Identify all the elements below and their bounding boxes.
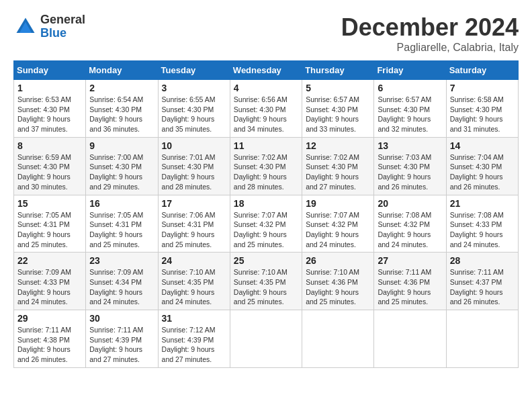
table-row [302,310,374,368]
logo-icon [13,15,38,39]
table-row: 22 Sunrise: 7:09 AM Sunset: 4:33 PM Dayl… [14,253,86,310]
table-row: 13 Sunrise: 7:03 AM Sunset: 4:30 PM Dayl… [374,137,446,195]
table-row: 12 Sunrise: 7:02 AM Sunset: 4:30 PM Dayl… [302,137,374,195]
day-info: Sunrise: 7:10 AM Sunset: 4:35 PM Dayligh… [234,267,298,307]
day-number: 15 [17,198,82,209]
calendar-table: Sunday Monday Tuesday Wednesday Thursday… [13,60,519,368]
day-info: Sunrise: 7:06 AM Sunset: 4:31 PM Dayligh… [162,210,226,250]
week-row-5: 29 Sunrise: 7:11 AM Sunset: 4:38 PM Dayl… [14,310,519,368]
table-row: 3 Sunrise: 6:55 AM Sunset: 4:30 PM Dayli… [158,80,230,138]
day-number: 17 [162,198,226,209]
day-info: Sunrise: 7:00 AM Sunset: 4:30 PM Dayligh… [89,152,154,192]
table-row: 19 Sunrise: 7:07 AM Sunset: 4:32 PM Dayl… [302,195,374,253]
week-row-3: 15 Sunrise: 7:05 AM Sunset: 4:31 PM Dayl… [14,195,519,253]
day-number: 22 [17,255,82,266]
table-row: 30 Sunrise: 7:11 AM Sunset: 4:39 PM Dayl… [86,310,158,368]
day-number: 20 [378,198,442,209]
day-number: 18 [234,198,298,209]
day-info: Sunrise: 7:04 AM Sunset: 4:30 PM Dayligh… [450,152,515,192]
table-row: 7 Sunrise: 6:58 AM Sunset: 4:30 PM Dayli… [446,80,518,138]
week-row-1: 1 Sunrise: 6:53 AM Sunset: 4:30 PM Dayli… [14,80,519,138]
logo: GeneralBlue [13,13,85,40]
col-thursday: Thursday [302,61,374,80]
day-info: Sunrise: 7:07 AM Sunset: 4:32 PM Dayligh… [306,210,370,250]
day-number: 25 [234,255,298,266]
table-row: 26 Sunrise: 7:10 AM Sunset: 4:36 PM Dayl… [302,253,374,310]
table-row: 18 Sunrise: 7:07 AM Sunset: 4:32 PM Dayl… [230,195,302,253]
day-info: Sunrise: 7:03 AM Sunset: 4:30 PM Dayligh… [378,152,442,192]
day-number: 4 [234,83,298,93]
day-number: 23 [89,255,154,266]
day-info: Sunrise: 6:53 AM Sunset: 4:30 PM Dayligh… [17,95,82,134]
day-info: Sunrise: 7:05 AM Sunset: 4:31 PM Dayligh… [89,210,154,250]
day-number: 13 [378,140,442,151]
day-info: Sunrise: 7:09 AM Sunset: 4:34 PM Dayligh… [89,267,154,307]
day-number: 8 [17,140,82,151]
table-row: 6 Sunrise: 6:57 AM Sunset: 4:30 PM Dayli… [374,80,446,138]
day-number: 29 [17,313,82,324]
table-row [230,310,302,368]
table-row: 29 Sunrise: 7:11 AM Sunset: 4:38 PM Dayl… [14,310,86,368]
table-row: 23 Sunrise: 7:09 AM Sunset: 4:34 PM Dayl… [86,253,158,310]
table-row: 27 Sunrise: 7:11 AM Sunset: 4:36 PM Dayl… [374,253,446,310]
day-number: 21 [450,198,515,209]
day-info: Sunrise: 7:08 AM Sunset: 4:33 PM Dayligh… [450,210,515,250]
table-row: 21 Sunrise: 7:08 AM Sunset: 4:33 PM Dayl… [446,195,518,253]
day-number: 24 [162,255,226,266]
day-info: Sunrise: 7:01 AM Sunset: 4:30 PM Dayligh… [162,152,226,192]
day-number: 11 [234,140,298,151]
col-saturday: Saturday [446,61,518,80]
day-number: 5 [306,83,370,93]
table-row: 10 Sunrise: 7:01 AM Sunset: 4:30 PM Dayl… [158,137,230,195]
day-number: 27 [378,255,442,266]
day-number: 9 [89,140,154,151]
day-info: Sunrise: 7:02 AM Sunset: 4:30 PM Dayligh… [234,152,298,192]
day-info: Sunrise: 6:58 AM Sunset: 4:30 PM Dayligh… [450,95,515,134]
day-info: Sunrise: 7:10 AM Sunset: 4:36 PM Dayligh… [306,267,370,307]
day-info: Sunrise: 6:54 AM Sunset: 4:30 PM Dayligh… [89,95,154,134]
day-info: Sunrise: 7:12 AM Sunset: 4:39 PM Dayligh… [162,325,226,365]
day-number: 10 [162,140,226,151]
day-info: Sunrise: 7:02 AM Sunset: 4:30 PM Dayligh… [306,152,370,192]
day-number: 1 [17,83,82,93]
day-info: Sunrise: 6:56 AM Sunset: 4:30 PM Dayligh… [234,95,298,134]
day-info: Sunrise: 7:11 AM Sunset: 4:37 PM Dayligh… [450,267,515,307]
day-info: Sunrise: 6:55 AM Sunset: 4:30 PM Dayligh… [162,95,226,134]
day-number: 31 [162,313,226,324]
day-number: 7 [450,83,515,93]
title-section: December 2024 Pagliarelle, Calabria, Ita… [341,13,519,54]
col-friday: Friday [374,61,446,80]
day-info: Sunrise: 6:57 AM Sunset: 4:30 PM Dayligh… [306,95,370,134]
table-row: 16 Sunrise: 7:05 AM Sunset: 4:31 PM Dayl… [86,195,158,253]
day-number: 19 [306,198,370,209]
day-number: 12 [306,140,370,151]
table-row: 5 Sunrise: 6:57 AM Sunset: 4:30 PM Dayli… [302,80,374,138]
logo-text: GeneralBlue [40,13,85,40]
table-row: 20 Sunrise: 7:08 AM Sunset: 4:32 PM Dayl… [374,195,446,253]
day-info: Sunrise: 7:11 AM Sunset: 4:39 PM Dayligh… [89,325,154,365]
day-number: 30 [89,313,154,324]
table-row: 28 Sunrise: 7:11 AM Sunset: 4:37 PM Dayl… [446,253,518,310]
table-row [374,310,446,368]
day-info: Sunrise: 6:59 AM Sunset: 4:30 PM Dayligh… [17,152,82,192]
header-row: Sunday Monday Tuesday Wednesday Thursday… [14,61,519,80]
day-number: 14 [450,140,515,151]
day-number: 16 [89,198,154,209]
day-number: 2 [89,83,154,93]
table-row: 14 Sunrise: 7:04 AM Sunset: 4:30 PM Dayl… [446,137,518,195]
day-info: Sunrise: 7:05 AM Sunset: 4:31 PM Dayligh… [17,210,82,250]
col-monday: Monday [86,61,158,80]
table-row: 8 Sunrise: 6:59 AM Sunset: 4:30 PM Dayli… [14,137,86,195]
day-info: Sunrise: 7:11 AM Sunset: 4:38 PM Dayligh… [17,325,82,365]
day-number: 3 [162,83,226,93]
week-row-2: 8 Sunrise: 6:59 AM Sunset: 4:30 PM Dayli… [14,137,519,195]
day-info: Sunrise: 7:07 AM Sunset: 4:32 PM Dayligh… [234,210,298,250]
table-row: 17 Sunrise: 7:06 AM Sunset: 4:31 PM Dayl… [158,195,230,253]
col-sunday: Sunday [14,61,86,80]
table-row: 31 Sunrise: 7:12 AM Sunset: 4:39 PM Dayl… [158,310,230,368]
day-info: Sunrise: 7:09 AM Sunset: 4:33 PM Dayligh… [17,267,82,307]
col-wednesday: Wednesday [230,61,302,80]
table-row: 24 Sunrise: 7:10 AM Sunset: 4:35 PM Dayl… [158,253,230,310]
page-header: GeneralBlue December 2024 Pagliarelle, C… [13,13,519,54]
day-info: Sunrise: 7:11 AM Sunset: 4:36 PM Dayligh… [378,267,442,307]
